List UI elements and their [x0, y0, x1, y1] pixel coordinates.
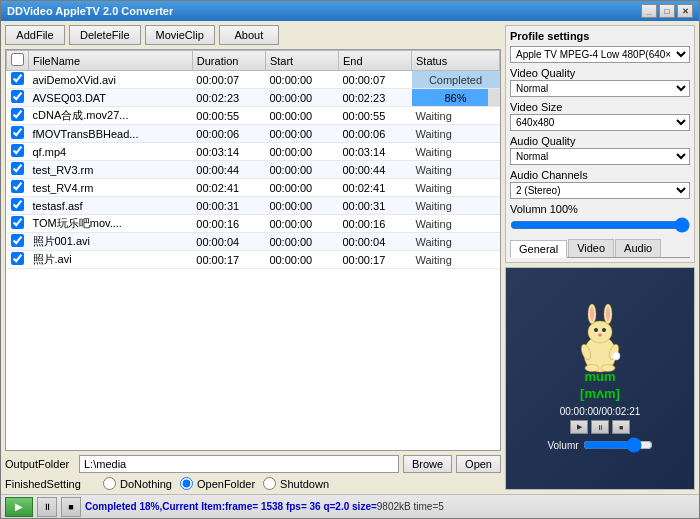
filename-cell: cDNA合成.mov27... — [29, 107, 193, 125]
col-filename: FileName — [29, 51, 193, 71]
add-file-button[interactable]: AddFile — [5, 25, 65, 45]
open-button[interactable]: Open — [456, 455, 501, 473]
finished-setting-label: FinishedSetting — [5, 478, 95, 490]
video-quality-select[interactable]: Normal — [510, 80, 690, 97]
table-row: qf.mp4 00:03:14 00:00:00 00:03:14 Waitin… — [7, 143, 500, 161]
row-checkbox-cell[interactable] — [7, 143, 29, 161]
duration-cell: 00:00:17 — [192, 251, 265, 269]
row-checkbox-cell[interactable] — [7, 233, 29, 251]
status-cell: Waiting — [412, 125, 500, 143]
table-row: AVSEQ03.DAT 00:02:23 00:00:00 00:02:23 8… — [7, 89, 500, 107]
radio-shutdown[interactable]: Shutdown — [263, 477, 329, 490]
svg-point-5 — [606, 307, 610, 321]
audio-channels-select[interactable]: 2 (Stereo) — [510, 182, 690, 199]
filename-cell: 照片.avi — [29, 251, 193, 269]
row-checkbox-cell[interactable] — [7, 161, 29, 179]
duration-cell: 00:00:44 — [192, 161, 265, 179]
end-cell: 00:00:31 — [338, 197, 411, 215]
filename-cell: fMOVTransBBHead... — [29, 125, 193, 143]
end-cell: 00:00:04 — [338, 233, 411, 251]
main-play-button[interactable]: ▶ — [5, 497, 33, 517]
status-cell: Waiting — [412, 233, 500, 251]
preview-play-button[interactable]: ▶ — [570, 420, 588, 434]
table-row: testasf.asf 00:00:31 00:00:00 00:00:31 W… — [7, 197, 500, 215]
tab-audio[interactable]: Audio — [615, 239, 661, 257]
volume-label: Volumn 100% — [510, 203, 578, 215]
preview-pause-button[interactable]: ⏸ — [591, 420, 609, 434]
preview-volume-slider[interactable] — [583, 437, 653, 453]
main-stop-button[interactable]: ■ — [61, 497, 81, 517]
preview-box: mum [mʌm] 00:00:00/00:02:21 ▶ ⏸ ■ Volumr — [505, 267, 695, 490]
start-cell: 00:00:00 — [265, 215, 338, 233]
audio-quality-select[interactable]: Normal — [510, 148, 690, 165]
table-row: test_RV4.rm 00:02:41 00:00:00 00:02:41 W… — [7, 179, 500, 197]
status-cell: Waiting — [412, 215, 500, 233]
row-checkbox-cell[interactable] — [7, 179, 29, 197]
preview-stop-button[interactable]: ■ — [612, 420, 630, 434]
preview-mum-text: mum [mʌm] — [580, 369, 620, 401]
start-cell: 00:00:00 — [265, 179, 338, 197]
row-checkbox-cell[interactable] — [7, 197, 29, 215]
main-pause-button[interactable]: ⏸ — [37, 497, 57, 517]
row-checkbox-cell[interactable] — [7, 107, 29, 125]
table-row: aviDemoXVid.avi 00:00:07 00:00:00 00:00:… — [7, 71, 500, 89]
video-size-label: Video Size — [510, 101, 690, 113]
select-all-checkbox[interactable] — [11, 53, 24, 66]
movie-clip-button[interactable]: MovieClip — [145, 25, 215, 45]
maximize-button[interactable]: □ — [659, 4, 675, 18]
tab-general[interactable]: General — [510, 240, 567, 258]
svg-point-6 — [594, 328, 598, 332]
start-cell: 00:00:00 — [265, 107, 338, 125]
duration-cell: 00:00:55 — [192, 107, 265, 125]
row-checkbox-cell[interactable] — [7, 71, 29, 89]
start-cell: 00:00:00 — [265, 233, 338, 251]
output-folder-label: OutputFolder — [5, 458, 75, 470]
end-cell: 00:00:07 — [338, 71, 411, 89]
table-row: test_RV3.rm 00:00:44 00:00:00 00:00:44 W… — [7, 161, 500, 179]
delete-file-button[interactable]: DeleteFile — [69, 25, 141, 45]
profile-select[interactable]: Apple TV MPEG-4 Low 480P(640×... — [510, 46, 690, 63]
start-cell: 00:00:00 — [265, 143, 338, 161]
end-cell: 00:02:41 — [338, 179, 411, 197]
file-table: FileName Duration Start End Status aviDe… — [6, 50, 500, 269]
do-nothing-label: DoNothing — [120, 478, 172, 490]
status-cell: Waiting — [412, 251, 500, 269]
radio-open-folder[interactable]: OpenFolder — [180, 477, 255, 490]
duration-cell: 00:02:23 — [192, 89, 265, 107]
about-button[interactable]: About — [219, 25, 279, 45]
video-size-select[interactable]: 640x480 — [510, 114, 690, 131]
output-folder-input[interactable] — [79, 455, 399, 473]
browse-button[interactable]: Browe — [403, 455, 452, 473]
svg-point-13 — [612, 352, 620, 360]
end-cell: 00:00:44 — [338, 161, 411, 179]
tab-video[interactable]: Video — [568, 239, 614, 257]
filename-cell: aviDemoXVid.avi — [29, 71, 193, 89]
svg-point-8 — [598, 333, 602, 336]
end-cell: 00:03:14 — [338, 143, 411, 161]
video-quality-label: Video Quality — [510, 67, 690, 79]
close-button[interactable]: ✕ — [677, 4, 693, 18]
row-checkbox-cell[interactable] — [7, 89, 29, 107]
status-cell: Completed — [412, 71, 500, 89]
status-cell: Waiting — [412, 161, 500, 179]
duration-cell: 00:00:31 — [192, 197, 265, 215]
window-title: DDVideo AppleTV 2.0 Converter — [7, 5, 173, 17]
minimize-button[interactable]: _ — [641, 4, 657, 18]
status-cell: Waiting — [412, 107, 500, 125]
duration-cell: 00:03:14 — [192, 143, 265, 161]
row-checkbox-cell[interactable] — [7, 251, 29, 269]
svg-point-1 — [588, 321, 612, 343]
end-cell: 00:00:17 — [338, 251, 411, 269]
row-checkbox-cell[interactable] — [7, 215, 29, 233]
svg-point-3 — [590, 307, 594, 321]
preview-volume-label: Volumr — [547, 440, 578, 451]
start-cell: 00:00:00 — [265, 71, 338, 89]
radio-do-nothing[interactable]: DoNothing — [103, 477, 172, 490]
col-duration: Duration — [192, 51, 265, 71]
row-checkbox-cell[interactable] — [7, 125, 29, 143]
volume-slider[interactable] — [510, 217, 690, 233]
col-start: Start — [265, 51, 338, 71]
end-cell: 00:00:06 — [338, 125, 411, 143]
table-row: 照片.avi 00:00:17 00:00:00 00:00:17 Waitin… — [7, 251, 500, 269]
filename-cell: 照片001.avi — [29, 233, 193, 251]
